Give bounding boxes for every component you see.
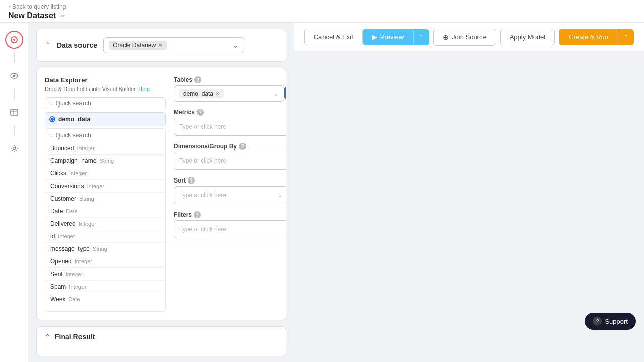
field-item[interactable]: CustomerString [45, 193, 165, 205]
field-item[interactable]: SentInteger [45, 268, 165, 281]
field-item[interactable]: ConversionsInteger [45, 180, 165, 193]
support-circle-icon: ? [593, 317, 602, 326]
table-item-demo-data[interactable]: demo_data [45, 112, 166, 126]
preview-label: Preview [380, 33, 404, 41]
apply-model-label: Apply Model [510, 33, 546, 41]
filters-label: Filters ? [174, 211, 286, 218]
explorer-title: Data Explorer [45, 76, 166, 84]
tables-tag-remove-btn[interactable]: ✕ [215, 90, 220, 97]
back-link[interactable]: ‹ Back to query listing [8, 3, 636, 10]
svg-point-3 [13, 75, 15, 77]
connector-3 [14, 125, 15, 135]
connector-1 [14, 53, 15, 63]
datasource-remove-btn[interactable]: ✕ [158, 42, 163, 49]
sidebar-icon-preview[interactable] [5, 67, 23, 85]
field-item[interactable]: BouncedInteger [45, 142, 165, 155]
dimensions-placeholder: Type or click here [179, 157, 286, 164]
sort-chevron-icon: ⌄ [278, 192, 283, 199]
preview-split-btn: ▶ Preview ⌃ [363, 29, 429, 45]
field-item[interactable]: OpenedInteger [45, 255, 165, 268]
fields-search-wrap[interactable]: ○ [45, 129, 165, 142]
explorer-panel: Data Explorer Drag & Drop fields into Vi… [45, 76, 166, 312]
explorer-search-input-top[interactable] [56, 100, 161, 107]
bottom-bar: Cancel & Exit ▶ Preview ⌃ ⊕ Join Source … [294, 23, 644, 51]
join-source-label: Join Source [452, 33, 487, 41]
sort-selector[interactable]: Type or click here ⌄ [174, 186, 286, 204]
tables-help-icon[interactable]: ? [194, 76, 201, 83]
filters-form-row: Filters ? Type or click here ⌄ [174, 211, 286, 238]
tables-selector[interactable]: demo_data ✕ ⌄ [174, 85, 284, 102]
table-name-label: demo_data [58, 116, 90, 123]
back-link-label: Back to query listing [12, 3, 66, 10]
datasource-collapse-btn[interactable]: ⌃ [45, 41, 51, 49]
search-icon-top: ○ [49, 100, 53, 106]
field-item[interactable]: DateDate [45, 205, 165, 218]
datasource-card: ⌃ Data source Oracle Datanew ✕ ⌄ [36, 29, 286, 62]
final-result-collapse-btn[interactable]: ⌃ [45, 333, 51, 341]
page-title: New Dataset [8, 11, 56, 20]
metrics-help-icon[interactable]: ? [197, 109, 204, 116]
app-layout: ⌃ Data source Oracle Datanew ✕ ⌄ Data Ex… [0, 23, 644, 362]
create-run-button[interactable]: Create & Run [559, 29, 618, 45]
field-item[interactable]: ClicksInteger [45, 167, 165, 180]
tables-label: Tables ? [174, 76, 284, 83]
play-icon: ▶ [372, 33, 377, 41]
field-item[interactable]: message_typeString [45, 243, 165, 255]
field-item[interactable]: DeliveredInteger [45, 218, 165, 230]
action-buttons-group: ▶ Preview ⌃ ⊕ Join Source Apply Model Cr… [363, 29, 634, 46]
sort-limit-row: Sort ? Type or click here ⌄ Limit [174, 177, 286, 204]
metrics-label: Metrics ? [174, 109, 286, 116]
support-button[interactable]: ? Support [585, 313, 636, 330]
builder-layout: Data Explorer Drag & Drop fields into Vi… [45, 76, 278, 312]
sidebar-icon-settings[interactable] [5, 139, 23, 157]
tables-form-row: Tables ? demo_data ✕ ⌄ [174, 76, 284, 102]
dimensions-help-icon[interactable]: ? [239, 143, 246, 150]
dimensions-label: Dimensions/Group By ? [174, 143, 286, 150]
create-run-caret-btn[interactable]: ⌃ [618, 29, 634, 45]
fields-search-input[interactable] [56, 132, 161, 139]
filters-placeholder: Type or click here [179, 226, 286, 233]
query-top-row: Tables ? demo_data ✕ ⌄ [174, 76, 286, 102]
final-result-card: ⌃ Final Result [36, 326, 286, 356]
cancel-exit-button[interactable]: Cancel & Exit [304, 29, 363, 45]
field-item[interactable]: WeekDate [45, 293, 165, 305]
field-item[interactable]: Campaign_nameString [45, 155, 165, 167]
apply-model-button[interactable]: Apply Model [500, 29, 555, 45]
title-edit-icon[interactable]: ✏ [60, 12, 65, 20]
create-run-label: Create & Run [569, 33, 608, 41]
field-item[interactable]: idInteger [45, 230, 165, 243]
sort-help-icon[interactable]: ? [188, 177, 195, 184]
view-visual-btn[interactable]: Visual [284, 86, 286, 100]
join-source-button[interactable]: ⊕ Join Source [433, 29, 496, 46]
builder-card: Data Explorer Drag & Drop fields into Vi… [36, 68, 286, 320]
tables-tag-name: demo_data [183, 90, 213, 97]
connector-2 [14, 89, 15, 99]
filters-help-icon[interactable]: ? [194, 211, 201, 218]
datasource-section-title: Data source [57, 41, 97, 49]
metrics-selector[interactable]: Type or click here ⌄ [174, 118, 286, 136]
datasource-name: Oracle Datanew [113, 42, 156, 49]
sort-label: Sort ? [174, 177, 286, 184]
table-radio-demo-data [49, 116, 55, 122]
datasource-selector[interactable]: Oracle Datanew ✕ ⌄ [103, 37, 244, 53]
sidebar-icon-database[interactable] [5, 31, 23, 49]
support-label: Support [605, 318, 628, 325]
svg-rect-4 [11, 109, 18, 115]
datasource-chevron-icon: ⌄ [233, 42, 238, 49]
sidebar-icon-table[interactable] [5, 103, 23, 121]
field-item[interactable]: SpamInteger [45, 281, 165, 293]
search-icon-fields: ○ [49, 132, 53, 138]
dimensions-selector[interactable]: Type or click here ⌄ [174, 152, 286, 170]
top-header: ‹ Back to query listing New Dataset ✏ [0, 0, 644, 23]
plus-icon-join: ⊕ [443, 33, 449, 41]
svg-point-7 [13, 147, 15, 150]
explorer-search-top[interactable]: ○ [45, 97, 166, 109]
explorer-help-link[interactable]: Help [138, 86, 150, 92]
final-result-title: Final Result [55, 333, 95, 341]
view-toggle: Visual Editor [284, 86, 286, 100]
preview-caret-btn[interactable]: ⌃ [413, 29, 429, 45]
fields-container: BouncedIntegerCampaign_nameStringClicksI… [45, 142, 165, 305]
filters-selector[interactable]: Type or click here ⌄ [174, 220, 286, 238]
main-content: ⌃ Data source Oracle Datanew ✕ ⌄ Data Ex… [28, 23, 294, 362]
preview-button[interactable]: ▶ Preview [363, 29, 413, 45]
